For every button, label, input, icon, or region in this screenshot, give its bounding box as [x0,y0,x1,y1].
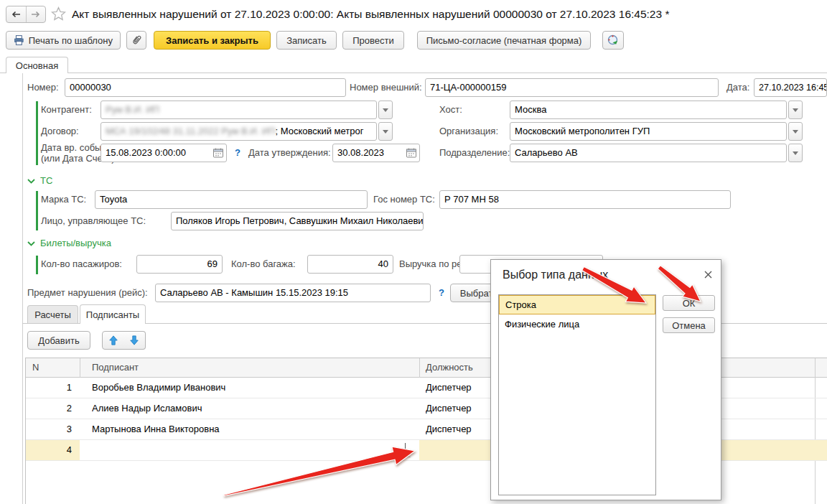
move-down-button[interactable] [123,331,146,350]
column-header-n[interactable]: N [32,358,39,377]
organization-label: Организация: [439,122,498,141]
tab-calculations-label: Расчеты [34,309,71,320]
subject-label: Предмет нарушения (рейс): [27,284,148,302]
contractor-field[interactable]: Рум В.И. ИП [101,101,377,119]
host-label: Хост: [439,101,462,119]
print-by-template-button[interactable]: Печать по шаблону [6,31,121,50]
driver-label: Лицо, управляющее ТС: [41,212,146,230]
department-field[interactable]: Саларьево АВ [510,144,787,162]
subject-help-link[interactable]: ? [439,284,444,302]
approve-date-label: Дата утверждения: [248,144,331,162]
tab-signers[interactable]: Подписанты [80,304,146,324]
date-field[interactable]: 27.10.2023 16:45:23 [754,78,827,97]
gov-number-label: Гос номер ТС: [373,190,435,209]
tabstrip-line [0,73,827,73]
cancel-button[interactable]: Отмена [663,317,715,333]
department-dropdown-button[interactable] [788,144,803,162]
host-dropdown-button[interactable] [788,101,803,119]
reread-icon [607,34,620,47]
host-field[interactable]: Москва [510,101,787,119]
attachments-button[interactable] [126,31,146,50]
data-type-list: Строка Физические лица [498,294,656,495]
window-title: Акт выявленных нарушений от 27.10.2023 0… [72,6,669,23]
add-row-button[interactable]: Добавить [27,331,90,350]
save-label: Записать [286,35,327,46]
gov-number-field[interactable]: Р 707 МН 58 [439,190,731,209]
passengers-field[interactable]: 69 [136,255,223,274]
brand-field[interactable]: Toyota [95,190,368,209]
event-date-field[interactable]: 15.08.2023 0:00:00 [101,144,227,162]
document-window: Акт выявленных нарушений от 27.10.2023 0… [0,0,827,504]
tab-signers-label: Подписанты [86,309,139,320]
subject-field[interactable]: Саларьево АВ - Камышин 15.15.2023 19:15 [155,284,431,302]
consent-letter-label: Письмо-согласие (печатная форма) [426,35,582,46]
tab-calculations[interactable]: Расчеты [27,305,78,323]
section-ts-title[interactable]: ТС [40,175,52,187]
baggage-field[interactable]: 40 [307,255,393,274]
print-by-template-label: Печать по шаблону [29,35,113,46]
external-number-label: Номер внешний: [350,78,422,97]
tab-main[interactable]: Основная [6,57,68,73]
paperclip-icon [129,32,144,48]
calendar-icon[interactable] [406,148,416,158]
external-number-field[interactable]: 71-ЦА-000000159 [425,78,719,97]
consent-letter-button[interactable]: Письмо-согласие (печатная форма) [417,31,591,50]
contract-dropdown-button[interactable] [378,122,393,141]
department-label: Подразделение: [439,144,510,162]
back-button[interactable] [6,6,27,22]
brand-label: Марка ТС: [41,190,86,209]
contract-field[interactable]: МСА 19/102/48 31.11.2022 Рум В.И. ИП; Мо… [101,122,377,141]
number-field[interactable]: 00000030 [65,78,346,97]
arrow-down-icon [129,335,139,345]
tab-main-label: Основная [16,60,58,71]
favorite-star-icon[interactable] [51,6,66,21]
data-type-dialog: Выбор типа данных Строка Физические лица… [490,259,721,500]
form-left-border [22,73,23,504]
contractor-label: Контрагент: [41,101,92,119]
arrow-up-icon [108,335,118,345]
approve-date-field[interactable]: 30.08.2023 [332,144,420,162]
save-button[interactable]: Записать [276,31,337,50]
date-label: Дата: [726,78,749,97]
organization-dropdown-button[interactable] [788,122,803,141]
driver-field[interactable]: Поляков Игорь Петрович, Саввушкин Михаил… [171,212,424,230]
forward-button[interactable] [27,6,46,22]
cancel-label: Отмена [672,320,706,331]
column-header-position[interactable]: Должность [426,358,473,377]
section-collapse-icon[interactable] [27,179,35,184]
close-icon[interactable] [704,270,713,279]
save-and-close-label: Записать и закрыть [166,35,258,46]
printer-icon [14,35,24,45]
number-label: Номер: [27,78,59,97]
dialog-title: Выбор типа данных [503,269,608,281]
section-collapse-icon[interactable] [27,241,35,246]
column-header-signer[interactable]: Подписант [92,358,139,377]
calendar-icon[interactable] [213,148,223,158]
chevron-down-icon [383,130,388,134]
move-up-button[interactable] [102,331,124,350]
contractor-dropdown-button[interactable] [378,101,393,119]
column-divider [419,358,420,378]
nav-group [6,6,46,23]
post-button[interactable]: Провести [342,31,404,50]
chevron-down-icon [793,151,798,155]
event-date-help-link[interactable]: ? [235,144,240,162]
group-marker-bar [36,256,38,274]
forward-arrow-icon [31,11,40,18]
group-marker-bar [36,191,38,230]
ok-label: ОК [683,298,696,309]
ok-button[interactable]: ОК [663,295,715,311]
text-caret [405,443,406,457]
list-item-string[interactable]: Строка [499,295,655,314]
save-and-close-button[interactable]: Записать и закрыть [154,31,271,50]
passengers-label: Кол-во пасажиров: [41,255,122,274]
reread-button[interactable] [602,31,624,50]
chevron-down-icon [383,108,388,112]
organization-field[interactable]: Московский метрополитен ГУП [510,122,787,141]
column-divider [80,358,80,378]
list-item-individuals[interactable]: Физические лица [499,315,655,335]
section-tickets-title[interactable]: Билеты/выручка [40,238,111,249]
caret-dots: .. [407,452,411,459]
back-arrow-icon [11,11,21,18]
chevron-down-icon [793,130,798,134]
